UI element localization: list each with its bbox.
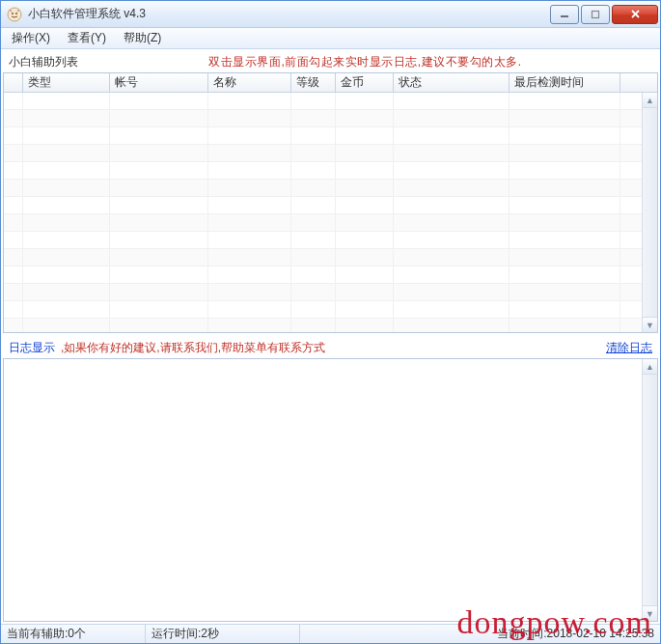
app-icon bbox=[7, 7, 22, 22]
col-level[interactable]: 等级 bbox=[291, 73, 336, 92]
statusbar: 当前有辅助:0个 运行时间:2秒 当前时间:2018-02-10 14:25:3… bbox=[1, 624, 660, 643]
table-row bbox=[4, 284, 657, 301]
menu-operate[interactable]: 操作(X) bbox=[3, 28, 59, 48]
table-row bbox=[4, 301, 657, 319]
table-row bbox=[4, 93, 657, 110]
svg-point-1 bbox=[12, 13, 14, 14]
minimize-button[interactable] bbox=[550, 5, 579, 24]
titlebar: 小白软件管理系统 v4.3 bbox=[1, 1, 660, 28]
table-body[interactable] bbox=[4, 93, 657, 332]
table-row bbox=[4, 197, 657, 214]
list-title: 小白辅助列表 bbox=[9, 54, 78, 70]
col-account[interactable]: 帐号 bbox=[110, 73, 208, 92]
window-title: 小白软件管理系统 v4.3 bbox=[28, 6, 548, 22]
log-suggest: ,如果你有好的建议,请联系我们,帮助菜单有联系方式 bbox=[61, 340, 606, 356]
app-window: 小白软件管理系统 v4.3 操作(X) 查看(Y) 帮助(Z) 小白辅助列表 bbox=[0, 0, 661, 644]
close-button[interactable] bbox=[612, 5, 658, 24]
table-header: 类型 帐号 名称 等级 金币 状态 最后检测时间 bbox=[4, 73, 657, 93]
scroll-down-icon[interactable]: ▼ bbox=[643, 317, 657, 332]
table-row bbox=[4, 127, 657, 145]
col-name[interactable]: 名称 bbox=[208, 73, 291, 92]
log-scrollbar[interactable]: ▲ ▼ bbox=[642, 359, 657, 621]
helper-table[interactable]: 类型 帐号 名称 等级 金币 状态 最后检测时间 bbox=[3, 72, 658, 333]
table-row bbox=[4, 249, 657, 266]
scroll-down-icon[interactable]: ▼ bbox=[643, 605, 657, 621]
col-spacer bbox=[620, 73, 657, 92]
col-checkbox[interactable] bbox=[4, 73, 23, 92]
menubar: 操作(X) 查看(Y) 帮助(Z) bbox=[1, 28, 660, 49]
table-scrollbar[interactable]: ▲ ▼ bbox=[642, 93, 657, 332]
scroll-up-icon[interactable]: ▲ bbox=[643, 93, 657, 108]
list-hint: 双击显示界面,前面勾起来实时显示日志,建议不要勾的太多. bbox=[78, 54, 652, 70]
svg-rect-4 bbox=[592, 11, 599, 17]
menu-help[interactable]: 帮助(Z) bbox=[115, 28, 170, 48]
clear-log-link[interactable]: 清除日志 bbox=[606, 340, 652, 356]
log-title: 日志显示 bbox=[9, 340, 55, 356]
table-row bbox=[4, 162, 657, 180]
window-controls bbox=[548, 5, 658, 24]
svg-point-2 bbox=[15, 13, 17, 14]
log-header-bar: 日志显示 ,如果你有好的建议,请联系我们,帮助菜单有联系方式 清除日志 bbox=[3, 337, 658, 358]
menu-view[interactable]: 查看(Y) bbox=[59, 28, 115, 48]
list-header-bar: 小白辅助列表 双击显示界面,前面勾起来实时显示日志,建议不要勾的太多. bbox=[3, 51, 658, 72]
status-runtime: 运行时间:2秒 bbox=[146, 625, 300, 643]
table-row bbox=[4, 180, 657, 197]
table-row bbox=[4, 214, 657, 232]
col-status[interactable]: 状态 bbox=[394, 73, 510, 92]
table-row bbox=[4, 319, 657, 332]
col-lastcheck[interactable]: 最后检测时间 bbox=[510, 73, 620, 92]
col-type[interactable]: 类型 bbox=[23, 73, 110, 92]
content-area: 小白辅助列表 双击显示界面,前面勾起来实时显示日志,建议不要勾的太多. 类型 帐… bbox=[1, 49, 660, 624]
scroll-up-icon[interactable]: ▲ bbox=[643, 359, 657, 375]
status-current-time: 当前时间:2018-02-10 14:25:38 bbox=[300, 625, 660, 643]
maximize-button[interactable] bbox=[581, 5, 610, 24]
table-row bbox=[4, 266, 657, 284]
status-helper-count: 当前有辅助:0个 bbox=[1, 625, 146, 643]
log-area[interactable]: ▲ ▼ bbox=[3, 358, 658, 622]
table-row bbox=[4, 232, 657, 249]
table-row bbox=[4, 145, 657, 162]
col-gold[interactable]: 金币 bbox=[336, 73, 394, 92]
table-row bbox=[4, 110, 657, 127]
